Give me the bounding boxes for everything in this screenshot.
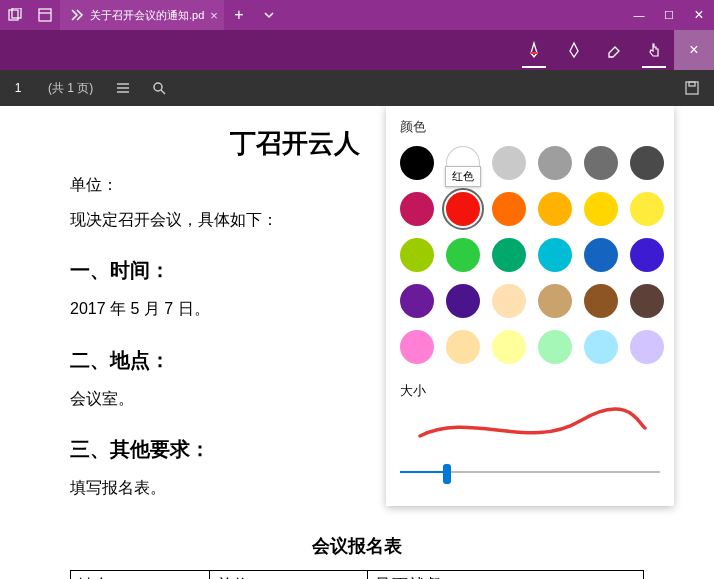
svg-rect-2	[39, 9, 51, 21]
signup-table: 姓名 单位 是否就餐 张三 A单位 是 否	[70, 570, 644, 579]
color-section-label: 颜色	[400, 118, 660, 136]
color-swatch[interactable]	[538, 284, 572, 318]
color-swatch[interactable]	[400, 330, 434, 364]
col-meal: 是否就餐	[367, 570, 643, 579]
color-swatch[interactable]	[538, 330, 572, 364]
close-ink-panel-button[interactable]: ×	[674, 30, 714, 70]
pdf-icon	[70, 8, 84, 22]
reading-list-icon[interactable]	[30, 0, 60, 30]
color-swatch[interactable]	[492, 238, 526, 272]
svg-line-8	[161, 90, 165, 94]
color-swatch[interactable]	[492, 330, 526, 364]
color-swatch[interactable]	[630, 238, 664, 272]
color-swatch[interactable]	[630, 284, 664, 318]
browser-tab[interactable]: 关于召开会议的通知.pd ×	[60, 0, 224, 30]
color-swatch[interactable]	[492, 284, 526, 318]
eraser-tool-button[interactable]	[594, 30, 634, 70]
color-swatch[interactable]	[584, 330, 618, 364]
color-swatch[interactable]: 红色	[446, 192, 480, 226]
table-header-row: 姓名 单位 是否就餐	[71, 570, 644, 579]
color-swatch[interactable]	[630, 146, 664, 180]
size-slider[interactable]	[400, 458, 660, 486]
slider-thumb[interactable]	[443, 464, 451, 484]
color-swatch[interactable]	[630, 192, 664, 226]
hub-icon[interactable]	[0, 0, 30, 30]
svg-rect-9	[686, 82, 698, 94]
stroke-preview	[400, 406, 660, 450]
page-current[interactable]: 1	[0, 81, 36, 95]
ink-toolbar: ×	[0, 30, 714, 70]
color-swatch[interactable]	[538, 192, 572, 226]
toc-button[interactable]	[105, 70, 141, 106]
minimize-button[interactable]: —	[624, 0, 654, 30]
color-swatch[interactable]	[446, 330, 480, 364]
color-swatch[interactable]	[400, 192, 434, 226]
color-swatch[interactable]	[584, 284, 618, 318]
reader-bar: 1 (共 1 页)	[0, 70, 714, 106]
pen-settings-panel: 颜色 红色 大小	[386, 106, 674, 506]
svg-point-7	[154, 83, 162, 91]
color-swatch[interactable]	[538, 238, 572, 272]
new-tab-button[interactable]: +	[224, 0, 254, 30]
svg-rect-10	[689, 82, 695, 86]
color-swatch[interactable]	[400, 284, 434, 318]
color-swatch[interactable]	[538, 146, 572, 180]
page-total: (共 1 页)	[36, 80, 105, 97]
document-viewport: 丁召开云人 单位： 现决定召开会议，具体如下： 一、时间： 2017 年 5 月…	[0, 106, 714, 579]
color-swatch[interactable]	[630, 330, 664, 364]
highlighter-tool-button[interactable]	[554, 30, 594, 70]
color-swatch[interactable]	[446, 284, 480, 318]
color-swatch[interactable]	[584, 192, 618, 226]
tab-close-button[interactable]: ×	[210, 8, 218, 23]
size-section-label: 大小	[400, 382, 660, 400]
col-name: 姓名	[71, 570, 210, 579]
color-grid: 红色	[400, 146, 660, 368]
color-swatch[interactable]	[400, 238, 434, 272]
tab-title: 关于召开会议的通知.pd	[90, 8, 204, 23]
color-swatch[interactable]	[400, 146, 434, 180]
color-swatch[interactable]	[584, 238, 618, 272]
maximize-button[interactable]: ☐	[654, 0, 684, 30]
col-unit: 单位	[210, 570, 367, 579]
tabs-dropdown-button[interactable]	[254, 0, 284, 30]
color-swatch[interactable]	[584, 146, 618, 180]
touch-writing-button[interactable]	[634, 30, 674, 70]
color-swatch[interactable]	[492, 146, 526, 180]
pen-tool-button[interactable]	[514, 30, 554, 70]
color-swatch[interactable]	[446, 238, 480, 272]
save-ink-button[interactable]	[674, 70, 710, 106]
table-title: 会议报名表	[70, 531, 644, 562]
color-tooltip: 红色	[445, 166, 481, 187]
close-window-button[interactable]: ×	[684, 0, 714, 30]
color-swatch[interactable]	[492, 192, 526, 226]
title-bar: 关于召开会议的通知.pd × + — ☐ ×	[0, 0, 714, 30]
search-button[interactable]	[141, 70, 177, 106]
